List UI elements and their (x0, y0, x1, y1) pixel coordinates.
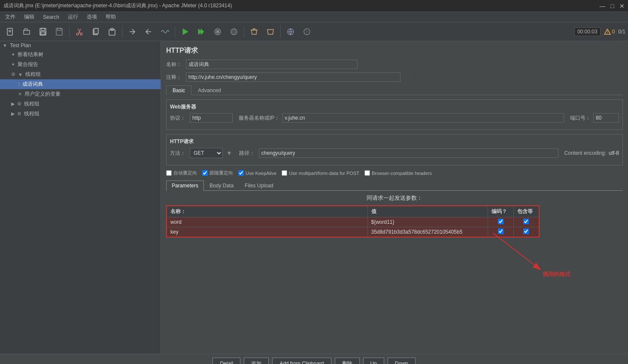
svg-rect-6 (56, 28, 62, 35)
params-tabs: Parameters Body Data Files Upload (166, 180, 623, 191)
menu-options[interactable]: 选项 (83, 12, 100, 21)
server-label: 服务器名称或IP： (239, 114, 279, 122)
menu-edit[interactable]: 编辑 (21, 12, 38, 21)
help-button[interactable]: ? (299, 24, 315, 39)
sidebar-item-thread-group2[interactable]: ▶ ⚙ 线程组 (0, 99, 161, 109)
tab-basic[interactable]: Basic (166, 85, 191, 95)
sidebar-item-label: 线程组 (24, 100, 39, 108)
up-button[interactable]: Up (363, 358, 384, 364)
clear-all-button[interactable] (263, 24, 278, 39)
web-server-title: Web服务器 (170, 103, 619, 111)
item-icon: ⚙ (17, 101, 21, 107)
params-tab-files-upload[interactable]: Files Upload (239, 180, 279, 190)
server-input[interactable] (282, 113, 564, 123)
protocol-label: 协议： (170, 114, 187, 122)
checkbox-follow-redirect[interactable]: 跟随重定向 (202, 170, 233, 176)
sidebar-item-thread-group1[interactable]: ⚙ ▼ 线程组 (0, 69, 161, 79)
svg-point-9 (80, 33, 82, 35)
expand-icon: ▶ (11, 101, 15, 107)
save-as-button[interactable] (52, 24, 67, 39)
param-encoded-word (488, 217, 513, 227)
separator-3 (175, 26, 175, 38)
svg-rect-4 (41, 28, 45, 30)
run-button[interactable] (177, 24, 193, 39)
protocol-input[interactable] (190, 113, 233, 123)
path-label: 路径： (239, 150, 256, 157)
detail-button[interactable]: Detail (212, 358, 240, 364)
open-button[interactable] (19, 24, 34, 39)
menu-run[interactable]: 运行 (64, 12, 82, 21)
path-input[interactable] (259, 148, 558, 158)
cut-button[interactable] (72, 24, 87, 39)
name-input[interactable] (186, 60, 358, 69)
down-button[interactable]: Down (388, 358, 416, 364)
maximize-button[interactable]: □ (611, 3, 614, 9)
content-area: HTTP请求 名称： 注释： · · · · Basic Advanced We… (161, 41, 628, 354)
sidebar-item-user-vars[interactable]: ✕ 用户定义的变量 (0, 89, 161, 99)
svg-rect-5 (41, 32, 45, 35)
close-button[interactable]: ✕ (619, 3, 625, 9)
sidebar-item-aggregate-report[interactable]: ✦ 聚合报告 (0, 60, 161, 69)
checkbox-auto-redirect[interactable]: 自动重定向 (166, 170, 197, 176)
minimize-button[interactable]: — (600, 3, 606, 9)
checkbox-row: 自动重定向 跟随重定向 Use KeepAlive Use multipart/… (166, 170, 623, 176)
svg-rect-11 (94, 28, 98, 34)
add-from-clipboard-button[interactable]: Add from Clipboard (272, 358, 331, 364)
comment-input[interactable] (186, 72, 400, 82)
save-button[interactable] (35, 24, 51, 39)
stop-now-button[interactable] (226, 24, 242, 39)
item-icon: ✦ (11, 52, 15, 57)
collapse-button[interactable] (141, 24, 156, 39)
params-title: 同请求一起发送参数： (166, 194, 623, 202)
method-row: 方法： GET POST PUT DELETE ▼ 路径： Content en… (170, 148, 619, 158)
param-include-key (513, 227, 539, 238)
paste-button[interactable] (104, 24, 120, 39)
table-container: 名称： 值 编码？ 包含等 word ${word11} (166, 205, 623, 238)
main-tabs: Basic Advanced (166, 85, 623, 95)
checkbox-browser-compat[interactable]: Browser-compatible headers (364, 170, 432, 176)
col-header-name: 名称： (167, 206, 367, 217)
comment-label: 注释： (166, 74, 183, 81)
run-ratio: 0/1 (618, 29, 625, 35)
sidebar-item-label: 用户定义的变量 (24, 90, 61, 98)
expand-button[interactable] (124, 24, 140, 39)
delete-button[interactable]: 删除 (335, 358, 360, 364)
expand-icon: ▶ (11, 111, 15, 117)
browse-button[interactable] (283, 24, 298, 39)
col-header-include: 包含等 (513, 206, 539, 217)
name-label: 名称： (166, 61, 183, 68)
item-icon: ✦ (11, 62, 15, 67)
clear-button[interactable] (246, 24, 262, 39)
new-button[interactable] (3, 24, 18, 39)
title-bar: 成语词典.jmx (E:\jmeter\jmeter\apache-jmeter… (0, 0, 628, 12)
table-row: key 35d8d791b3d3a578dc652720105405b5 (167, 227, 539, 238)
checkbox-multipart[interactable]: Use multipart/form-data for POST (282, 170, 359, 176)
wave-button[interactable] (157, 24, 173, 39)
stop-button[interactable] (210, 24, 225, 39)
method-select[interactable]: GET POST PUT DELETE (190, 148, 223, 158)
sidebar-item-label: 成语词典 (22, 81, 43, 88)
svg-point-8 (76, 33, 79, 35)
copy-button[interactable] (88, 24, 103, 39)
sidebar-item-thread-group3[interactable]: ▶ ⚙ 线程组 (0, 109, 161, 119)
svg-rect-18 (216, 30, 219, 33)
svg-rect-7 (58, 28, 61, 30)
sidebar-item-view-results-tree[interactable]: ✦ 察看结果树 (0, 50, 161, 60)
add-button[interactable]: 添加 (244, 358, 269, 364)
params-tab-parameters[interactable]: Parameters (166, 180, 204, 191)
run-all-button[interactable] (194, 24, 209, 39)
sidebar-item-test-plan[interactable]: ▼ Test Plan (0, 41, 161, 50)
port-input[interactable] (593, 113, 619, 123)
tab-advanced[interactable]: Advanced (191, 85, 227, 95)
param-value-word: ${word11} (367, 217, 488, 227)
checkbox-keepalive[interactable]: Use KeepAlive (238, 170, 276, 176)
menu-help[interactable]: 帮助 (102, 12, 119, 21)
menu-search[interactable]: Search (39, 13, 63, 21)
sidebar-item-label: 察看结果树 (18, 51, 43, 58)
sidebar-item-chengyu[interactable]: ⟩ 成语词典 (0, 79, 161, 89)
content-encoding-label: Content encoding: (564, 150, 606, 156)
params-tab-body-data[interactable]: Body Data (204, 180, 239, 190)
separator-4 (244, 26, 244, 38)
menu-file[interactable]: 文件 (2, 12, 19, 21)
separator-5 (280, 26, 281, 38)
